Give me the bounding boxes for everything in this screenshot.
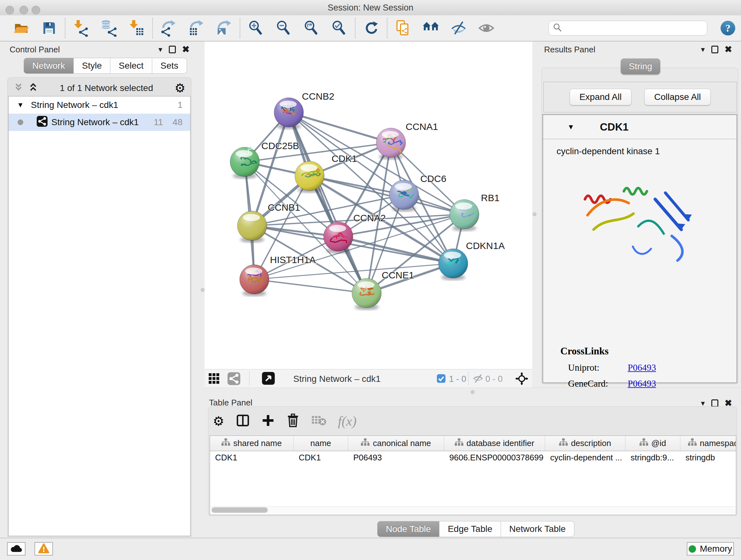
open-session-icon[interactable] (13, 19, 30, 37)
network-node-CDC6[interactable] (389, 180, 419, 209)
protein-section-header[interactable]: ▼ CDK1 (543, 115, 737, 139)
save-session-icon[interactable] (41, 19, 58, 37)
show-all-icon[interactable] (478, 19, 495, 37)
network-node-CDC25B[interactable] (230, 147, 259, 177)
splitter-handle[interactable] (533, 212, 536, 216)
close-panel-icon[interactable]: ✖ (725, 44, 732, 55)
network-collection-row[interactable]: ▼ String Network – cdk1 1 (9, 97, 190, 114)
network-node-CCNB1[interactable] (238, 211, 267, 240)
network-canvas[interactable]: CCNB2CCNA1CDC25BCDK1CDC6RB1CCNB1CCNA2CDK… (205, 42, 532, 369)
refresh-icon[interactable] (362, 19, 380, 37)
network-row-selected[interactable]: String Network – cdk1 11 48 (9, 114, 190, 131)
expand-all-button[interactable]: Expand All (569, 89, 631, 105)
warnings-button[interactable] (35, 542, 53, 556)
function-builder-icon[interactable]: f(x) (338, 414, 356, 429)
crosslink-link[interactable]: P06493 (628, 362, 656, 373)
table-options-gear-icon[interactable]: ⚙ (213, 415, 224, 428)
table-row[interactable]: CDK1CDK1P064939606.ENSP00000378699cyclin… (210, 451, 736, 464)
copy-network-icon[interactable] (394, 19, 412, 37)
network-node-CCNB2[interactable] (274, 98, 304, 127)
column-header-database-identifier[interactable]: database identifier (444, 436, 545, 451)
maximize-panel-icon[interactable] (711, 46, 718, 53)
tab-network-table[interactable]: Network Table (501, 521, 575, 537)
tab-network[interactable]: Network (23, 58, 74, 74)
zoom-fit-icon[interactable] (303, 19, 320, 37)
table-cell[interactable]: CDK1 (293, 453, 348, 462)
network-node-CDK1[interactable] (295, 161, 324, 191)
search-input[interactable] (562, 21, 707, 35)
maximize-panel-icon[interactable] (711, 399, 718, 407)
delete-table-icon[interactable] (311, 415, 327, 428)
selected-checkbox-icon[interactable] (437, 374, 446, 384)
horizontal-scrollbar[interactable] (211, 506, 735, 514)
scrollbar-thumb[interactable] (212, 507, 268, 513)
network-edge[interactable] (289, 112, 391, 143)
splitter-handle[interactable] (201, 288, 205, 292)
tab-node-table[interactable]: Node Table (377, 521, 440, 537)
right-splitter[interactable] (532, 42, 536, 388)
string-view-icon[interactable] (227, 372, 240, 386)
open-in-window-icon[interactable] (262, 372, 275, 386)
tab-sets[interactable]: Sets (152, 58, 187, 74)
splitter-handle[interactable] (471, 390, 475, 394)
table-cell[interactable]: 9606.ENSP00000378699 (444, 453, 545, 462)
column-header-@id[interactable]: @id (625, 436, 680, 451)
search-box[interactable] (549, 21, 707, 36)
network-edge[interactable] (338, 237, 453, 263)
tab-string[interactable]: String (621, 58, 660, 74)
table-cell[interactable]: cyclin-dependent ... (545, 453, 625, 462)
fit-selected-crosshair-icon[interactable] (515, 372, 528, 386)
expand-all-networks-icon[interactable] (13, 82, 23, 94)
network-options-gear-icon[interactable]: ⚙ (175, 82, 185, 94)
cloud-status-button[interactable] (7, 542, 25, 556)
memory-button[interactable]: Memory (687, 542, 734, 556)
collapse-all-button[interactable]: Collapse All (644, 89, 711, 105)
network-node-CCNE1[interactable] (352, 278, 381, 308)
first-neighbors-icon[interactable] (422, 19, 440, 37)
column-header-description[interactable]: description (545, 436, 625, 451)
tab-select[interactable]: Select (111, 58, 152, 74)
column-header-shared-name[interactable]: shared name (210, 436, 293, 451)
tab-style[interactable]: Style (74, 58, 111, 74)
show-columns-icon[interactable] (236, 414, 250, 429)
hidden-eye-icon[interactable] (473, 374, 483, 385)
table-cell[interactable]: stringdb (680, 453, 736, 462)
close-panel-icon[interactable]: ✖ (182, 44, 190, 55)
export-network-icon[interactable] (160, 19, 177, 37)
float-panel-icon[interactable]: ▾ (701, 45, 704, 54)
import-network-database-icon[interactable] (100, 19, 118, 37)
network-node-RB1[interactable] (450, 199, 479, 229)
birdseye-grid-icon[interactable] (208, 373, 220, 386)
export-image-icon[interactable] (215, 19, 232, 37)
zoom-selected-icon[interactable] (331, 19, 348, 37)
network-node-CCNA1[interactable] (376, 128, 406, 158)
column-header-namespace[interactable]: namespace (680, 436, 736, 451)
column-header-canonical-name[interactable]: canonical name (348, 436, 444, 451)
network-node-CDKN1A[interactable] (439, 249, 468, 278)
collection-expander-icon[interactable]: ▼ (17, 101, 24, 109)
help-button[interactable]: ? (721, 21, 735, 36)
network-edge[interactable] (254, 279, 367, 293)
network-node-HIST1H1A[interactable] (240, 265, 269, 294)
delete-column-trash-icon[interactable] (286, 414, 300, 429)
zoom-in-icon[interactable] (247, 19, 265, 37)
left-splitter[interactable] (200, 42, 205, 538)
section-expander-icon[interactable]: ▼ (567, 123, 575, 131)
network-node-CCNA2[interactable] (324, 222, 353, 251)
float-panel-icon[interactable]: ▾ (158, 45, 162, 54)
zoom-out-icon[interactable] (275, 19, 292, 37)
collapse-all-networks-icon[interactable] (28, 82, 38, 94)
maximize-panel-icon[interactable] (169, 46, 176, 53)
table-cell[interactable]: CDK1 (210, 453, 293, 462)
export-table-icon[interactable] (188, 19, 205, 37)
hide-selected-icon[interactable] (450, 19, 467, 37)
add-column-icon[interactable] (261, 414, 275, 428)
table-cell[interactable]: stringdb:9... (625, 453, 680, 462)
tab-edge-table[interactable]: Edge Table (440, 521, 501, 537)
column-header-name[interactable]: name (293, 436, 348, 451)
table-cell[interactable]: P06493 (348, 453, 444, 462)
import-table-icon[interactable] (128, 19, 145, 37)
import-network-icon[interactable] (72, 19, 90, 37)
window-title: Session: New Session (0, 3, 741, 13)
crosslink-link[interactable]: P06493 (628, 378, 656, 389)
